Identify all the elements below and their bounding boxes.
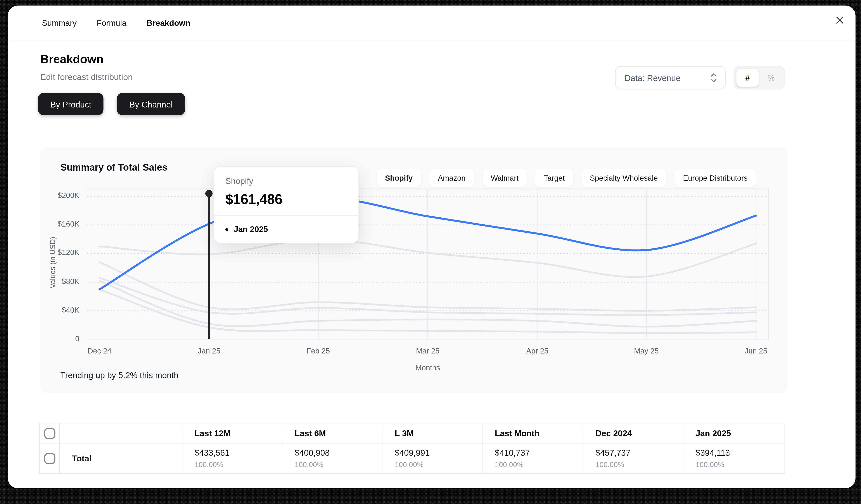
page-title: Breakdown — [40, 53, 788, 66]
y-tick-label: $80K — [40, 277, 79, 286]
cell-value: $457,737 — [596, 448, 683, 458]
section-divider — [40, 130, 788, 131]
x-tick-label: Jan 25 — [184, 347, 234, 355]
chip-target[interactable]: Target — [535, 169, 573, 187]
trend-note: Trending up by 5.2% this month — [60, 370, 178, 380]
col-header-last-month: Last Month — [482, 423, 583, 443]
chart-tooltip: Shopify $161,486 Jan 2025 — [214, 166, 359, 243]
tooltip-value: $161,486 — [226, 191, 347, 207]
chip-amazon[interactable]: Amazon — [429, 169, 474, 187]
view-buttons: By Product By Channel — [38, 93, 185, 115]
x-tick-label: Mar 25 — [402, 347, 453, 355]
tooltip-series-name: Shopify — [226, 176, 347, 186]
cell-value: $433,561 — [195, 448, 282, 458]
cell-percent: 100.00% — [696, 460, 784, 468]
chip-specialty-wholesale[interactable]: Specialty Wholesale — [582, 169, 666, 187]
cell-percent: 100.00% — [495, 460, 583, 468]
cell-percent: 100.00% — [195, 460, 282, 468]
sales-chart-card: Summary of Total Sales Shopify Amazon Wa… — [40, 148, 787, 393]
chip-europe-distributors[interactable]: Europe Distributors — [674, 169, 756, 187]
cell-percent: 100.00% — [596, 460, 683, 468]
x-tick-label: Apr 25 — [512, 347, 562, 355]
sales-chart-svg[interactable] — [87, 189, 769, 340]
cell-value: $400,908 — [295, 448, 382, 458]
screenshot-stage: Summary Formula Breakdown Breakdown Edit… — [0, 0, 861, 504]
close-button[interactable] — [833, 13, 846, 27]
select-all-checkbox[interactable] — [44, 427, 55, 439]
tooltip-footer: Jan 2025 — [214, 216, 358, 243]
tab-bar: Summary Formula Breakdown — [8, 6, 856, 40]
cell-value: $410,737 — [495, 448, 583, 458]
table-header-row: Last 12M Last 6M L 3M Last Month Dec 202… — [39, 423, 784, 443]
chevron-up-down-icon — [710, 72, 717, 84]
x-axis-title: Months — [402, 364, 453, 372]
tab-formula[interactable]: Formula — [97, 18, 126, 27]
cell-value: $394,113 — [696, 448, 784, 458]
y-axis-title: Values (in USD) — [48, 229, 57, 296]
y-tick-label: $40K — [40, 306, 79, 314]
y-tick-label: $160K — [40, 220, 79, 228]
by-channel-button[interactable]: By Channel — [117, 93, 185, 115]
by-product-button[interactable]: By Product — [38, 93, 104, 115]
unit-toggle-percent[interactable]: % — [760, 69, 782, 87]
col-header-last-6m: Last 6M — [282, 423, 382, 443]
tab-breakdown[interactable]: Breakdown — [147, 18, 190, 27]
data-metric-select[interactable]: Data: Revenue — [615, 66, 726, 90]
channel-chips: Shopify Amazon Walmart Target Specialty … — [377, 169, 756, 187]
header-controls: Data: Revenue # % — [615, 66, 785, 90]
col-header-dec-2024: Dec 2024 — [583, 423, 683, 443]
col-header-l-3m: L 3M — [382, 423, 482, 443]
x-tick-label: Jun 25 — [731, 347, 781, 355]
chart-title: Summary of Total Sales — [60, 162, 167, 173]
tooltip-header: Shopify $161,486 — [214, 167, 358, 216]
cell-percent: 100.00% — [295, 460, 382, 468]
unit-toggle: # % — [734, 66, 785, 90]
row-label-header — [60, 423, 182, 443]
y-tick-label: 0 — [40, 335, 79, 343]
col-header-last-12m: Last 12M — [182, 423, 282, 443]
tab-summary[interactable]: Summary — [42, 18, 77, 27]
y-tick-label: $200K — [40, 191, 79, 200]
x-tick-label: May 25 — [621, 347, 671, 355]
chip-walmart[interactable]: Walmart — [482, 169, 527, 187]
close-icon — [835, 16, 844, 25]
x-tick-label: Dec 24 — [74, 347, 124, 355]
breakdown-table: Last 12M Last 6M L 3M Last Month Dec 202… — [39, 423, 784, 474]
breakdown-modal: Summary Formula Breakdown Breakdown Edit… — [8, 6, 856, 488]
bullet-dot-icon — [226, 228, 228, 231]
unit-toggle-number[interactable]: # — [737, 69, 759, 87]
cell-value: $409,991 — [395, 448, 482, 458]
row-name: Total — [72, 453, 92, 463]
col-header-jan-2025: Jan 2025 — [683, 423, 784, 443]
tooltip-period: Jan 2025 — [234, 225, 268, 234]
data-metric-select-value: Data: Revenue — [625, 73, 681, 83]
row-checkbox[interactable] — [44, 453, 55, 464]
table-row-total: Total $433,561 100.00% $400,908 100.00% … — [39, 443, 784, 473]
chip-shopify[interactable]: Shopify — [377, 169, 421, 187]
x-tick-label: Feb 25 — [293, 347, 343, 355]
cell-percent: 100.00% — [395, 460, 482, 468]
y-tick-label: $120K — [40, 248, 79, 257]
